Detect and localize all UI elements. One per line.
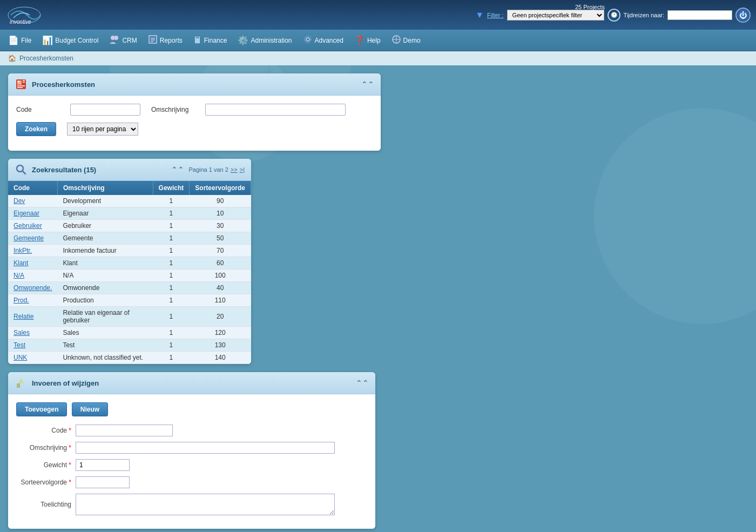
nav-bar: 📄 File 📊 Budget Control CRM Reports 🖩 Fi… [0,30,756,51]
cell-sorteervolgorde: 100 [190,270,251,282]
table-row: Gebruiker Gebruiker 1 30 [8,220,251,232]
finance-icon: 🖩 [193,36,202,45]
nav-item-finance[interactable]: 🖩 Finance [188,33,233,48]
cell-gewicht: 1 [153,339,190,352]
edit-code-input[interactable] [76,425,173,436]
search-button[interactable]: Zoeken [16,122,56,136]
administration-icon: ⚙️ [238,35,248,45]
edit-omschrijving-label: Omschrijving * [16,444,76,452]
code-input[interactable] [70,104,140,116]
cell-code: Omwonende. [8,282,57,294]
file-icon: 📄 [8,35,19,45]
nav-label-advanced: Advanced [315,37,343,44]
code-link[interactable]: Relatie [14,313,33,320]
cell-omschrijving: Gemeente [57,232,153,245]
svg-line-21 [23,171,26,174]
cell-sorteervolgorde: 120 [190,327,251,339]
edit-toelichting-textarea[interactable] [76,494,335,515]
svg-point-8 [306,38,309,41]
table-row: Dev Development 1 90 [8,195,251,207]
code-link[interactable]: InkPtr. [14,247,32,254]
code-link[interactable]: Omwonende. [14,284,52,292]
cell-sorteervolgorde: 140 [190,352,251,364]
cell-gewicht: 1 [153,220,190,232]
edit-panel-icon [15,376,28,389]
nav-item-demo[interactable]: Demo [386,32,426,49]
home-icon: 🏠 [8,55,16,62]
nav-label-help: Help [367,37,381,44]
edit-panel-title: Invoeren of wijzigen [32,379,352,387]
col-omschrijving: Omschrijving [57,181,153,195]
cell-omschrijving: Klant [57,257,153,270]
omschrijving-input[interactable] [205,104,346,116]
tijdreizen-input[interactable] [667,10,732,20]
omschrijving-required: * [67,444,71,452]
nav-label-demo: Demo [403,37,421,44]
reports-icon [148,35,158,46]
cell-omschrijving: Eigenaar [57,207,153,220]
code-link[interactable]: Dev [14,197,25,205]
nav-item-help[interactable]: ❓ Help [349,32,386,48]
power-button[interactable]: ⏻ [735,8,751,23]
results-panel-collapse[interactable]: ⌃⌃ [171,165,184,174]
edit-code-label: Code * [16,427,76,434]
edit-code-row: Code * [16,425,367,436]
code-link[interactable]: Test [14,341,25,349]
rows-per-page-select[interactable]: 10 rijen per pagina 25 rijen per pagina … [67,123,138,136]
edit-gewicht-input[interactable] [76,459,130,471]
table-row: Prod. Production 1 110 [8,294,251,307]
nav-item-file[interactable]: 📄 File [3,32,37,48]
demo-icon [392,35,401,46]
code-link[interactable]: Klant [14,259,28,267]
nav-item-reports[interactable]: Reports [143,32,188,49]
code-link[interactable]: Prod. [14,297,29,304]
results-panel-title: Zoekresultaten (15) [32,166,167,174]
cell-gewicht: 1 [153,307,190,327]
svg-point-15 [18,81,19,83]
nav-item-crm[interactable]: CRM [104,32,142,49]
edit-sorteervolgorde-input[interactable] [76,476,130,488]
edit-panel-header: Invoeren of wijzigen ⌃⌃ [8,372,375,394]
cell-code: UNK [8,352,57,364]
search-panel: Procesherkomsten ⌃⌃ Code Omschrijving Zo… [8,73,381,151]
cell-gewicht: 1 [153,245,190,257]
pagination-text: Pagina 1 van 2 [188,166,228,173]
nav-item-advanced[interactable]: Advanced [298,32,349,49]
code-link[interactable]: Gebruiker [14,222,42,230]
code-link[interactable]: Gemeente [14,234,44,242]
filter-link[interactable]: Filter : [487,12,504,18]
cell-code: Gebruiker [8,220,57,232]
search-panel-collapse[interactable]: ⌃⌃ [361,80,374,89]
cell-omschrijving: Relatie van eigenaar of gebruiker [57,307,153,327]
filter-select[interactable]: Geen projectspecifiek filter [507,10,604,21]
nav-label-crm: CRM [122,37,137,44]
table-row: Omwonende. Omwonende 1 40 [8,282,251,294]
last-page-link[interactable]: >| [240,166,245,173]
edit-panel-collapse[interactable]: ⌃⌃ [356,379,369,387]
search-panel-body: Code Omschrijving Zoeken 10 rijen per pa… [8,96,381,151]
code-link[interactable]: Eigenaar [14,210,39,217]
cell-code: Gemeente [8,232,57,245]
cell-sorteervolgorde: 60 [190,257,251,270]
omschrijving-label: Omschrijving [151,106,194,113]
code-link[interactable]: UNK [14,354,27,361]
svg-marker-23 [18,378,24,383]
nav-label-file: File [21,37,31,44]
edit-omschrijving-input[interactable] [76,442,335,454]
code-link[interactable]: Sales [14,329,30,336]
cell-omschrijving: Development [57,195,153,207]
cell-omschrijving: Omwonende [57,282,153,294]
results-table: Code Omschrijving Gewicht Sorteervolgord… [8,181,251,364]
toevoegen-button[interactable]: Toevoegen [16,402,67,416]
code-link[interactable]: N/A [14,272,24,279]
results-panel-header: Zoekresultaten (15) ⌃⌃ Pagina 1 van 2 >>… [8,159,251,181]
nav-label-administration: Administration [251,37,292,44]
nieuw-button[interactable]: Nieuw [72,402,108,416]
cell-gewicht: 1 [153,207,190,220]
cell-gewicht: 1 [153,352,190,364]
results-table-container: Code Omschrijving Gewicht Sorteervolgord… [8,181,251,364]
cell-code: Prod. [8,294,57,307]
nav-item-administration[interactable]: ⚙️ Administration [232,32,297,48]
nav-item-budget[interactable]: 📊 Budget Control [37,32,104,48]
next-page-link[interactable]: >> [231,166,238,173]
